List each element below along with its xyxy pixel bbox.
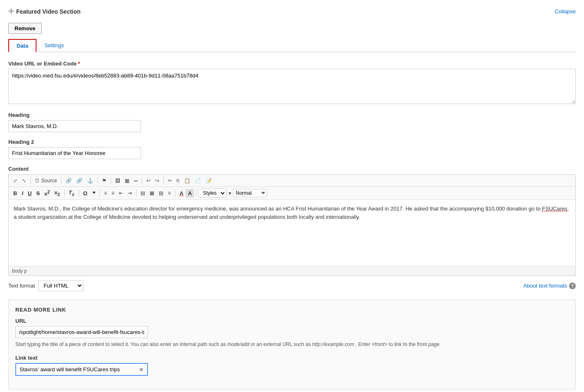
toolbar-group-clipboard: ✂ ⎘ 📋 📄 📝 bbox=[166, 177, 214, 185]
toolbar-row2: B I U S x2 x2 Tx Ω ❝ bbox=[9, 187, 575, 200]
align-right-button[interactable]: ▤ bbox=[157, 189, 165, 197]
toolbar-separator-4 bbox=[111, 177, 111, 184]
required-star: * bbox=[78, 60, 80, 67]
styles-dropdown[interactable]: Styles bbox=[199, 189, 226, 198]
content-field: Content ⤢ ⤡ 🗋 Source bbox=[8, 166, 576, 291]
url-input[interactable] bbox=[15, 326, 148, 338]
superscript-button[interactable]: x2 bbox=[42, 188, 52, 198]
editor-content-area[interactable]: Mark Stavros, M.D., the College of Medic… bbox=[9, 200, 575, 266]
fsucares-link[interactable]: FSUCares bbox=[542, 206, 567, 212]
heading-label: Heading bbox=[8, 112, 576, 118]
toolbar-separator-2 bbox=[61, 177, 61, 184]
toolbar-group-format: B I U S x2 x2 bbox=[11, 188, 62, 198]
align-left-button[interactable]: ▤ bbox=[138, 189, 147, 197]
table-button[interactable]: ▦ bbox=[123, 177, 131, 185]
align-justify-button[interactable]: ≡ bbox=[166, 189, 173, 197]
toolbar-separator-3 bbox=[97, 177, 98, 184]
unlink-button[interactable]: 🔗 bbox=[74, 177, 85, 185]
undo-button[interactable]: ↩ bbox=[144, 177, 153, 185]
outdent-button[interactable]: ⇤ bbox=[117, 189, 125, 197]
url-hint-front: <front> bbox=[371, 341, 387, 347]
text-format-label: Text format bbox=[8, 283, 35, 289]
cut-button[interactable]: ✂ bbox=[166, 177, 174, 185]
subscript-button[interactable]: x2 bbox=[52, 188, 62, 198]
toolbar-group-align: ▤ ▦ ▤ ≡ bbox=[138, 189, 173, 197]
bold-button[interactable]: B bbox=[11, 189, 19, 198]
indent-button[interactable]: ⇥ bbox=[126, 189, 134, 197]
toolbar-separator-8 bbox=[79, 189, 79, 197]
heading2-field: Heading 2 bbox=[8, 139, 576, 159]
redo-button[interactable]: ↪ bbox=[153, 177, 161, 185]
expand-icon: ⤡ bbox=[22, 178, 26, 183]
heading2-input[interactable] bbox=[8, 147, 141, 159]
special-char-button[interactable]: Ω bbox=[81, 189, 90, 198]
toolbar-separator-1 bbox=[30, 177, 31, 184]
help-icon[interactable]: ? bbox=[569, 283, 576, 289]
unordered-list-icon: ≡ bbox=[104, 191, 107, 196]
toolbar-group-history: ↩ ↪ bbox=[144, 177, 161, 185]
source-button[interactable]: 🗋 Source bbox=[33, 177, 59, 185]
toolbar-separator-12 bbox=[196, 189, 196, 197]
text-format-select[interactable]: Full HTML Basic HTML Plain text bbox=[38, 280, 83, 291]
indent-icon: ⇥ bbox=[128, 191, 132, 196]
toolbar-row1: ⤢ ⤡ 🗋 Source 🔗 🔗 bbox=[9, 175, 575, 187]
link-text-clear-button[interactable]: ✕ bbox=[136, 365, 147, 375]
font-color-button[interactable]: A bbox=[177, 189, 185, 198]
link-button[interactable]: 🔗 bbox=[63, 177, 74, 185]
tab-data[interactable]: Data bbox=[8, 39, 36, 52]
drag-handle-icon[interactable]: ✛ bbox=[8, 7, 14, 15]
collapse-link[interactable]: Collapse bbox=[555, 8, 576, 15]
toolbar-separator-5 bbox=[142, 177, 142, 184]
about-formats-link[interactable]: About text formats bbox=[523, 283, 567, 289]
video-url-textarea[interactable]: https://video.med.fsu.edu/#/videos/8eb52… bbox=[8, 69, 576, 104]
flag-button[interactable]: ⚑ bbox=[100, 177, 109, 185]
link-text-input-wrap: ✕ bbox=[15, 363, 148, 376]
link-text-label: Link text bbox=[15, 355, 569, 361]
heading-input[interactable] bbox=[8, 120, 141, 132]
strikethrough-button[interactable]: S bbox=[34, 189, 42, 198]
video-url-field: Video URL or Embed Code* https://video.m… bbox=[8, 60, 576, 105]
section-title: Featured Video Section bbox=[16, 8, 80, 15]
paragraph-format-dropdown[interactable]: Normal Heading 1 Heading 2 Heading 3 bbox=[233, 189, 267, 197]
toolbar-group-insert: 🖼 ▦ ═ bbox=[113, 177, 140, 185]
heading2-label: Heading 2 bbox=[8, 139, 576, 145]
align-center-button[interactable]: ▦ bbox=[148, 189, 156, 197]
underline-button[interactable]: U bbox=[26, 189, 34, 198]
toolbar-group-view: ⤢ ⤡ bbox=[11, 177, 28, 185]
status-bar-text: body p bbox=[12, 268, 27, 274]
unordered-list-button[interactable]: ≡ bbox=[102, 189, 109, 197]
paste-word-button[interactable]: 📝 bbox=[204, 177, 214, 185]
paste-icon: 📋 bbox=[184, 178, 190, 183]
maximize-button[interactable]: ⤢ bbox=[11, 177, 19, 185]
toolbar-separator-10 bbox=[136, 189, 136, 197]
link-text-input[interactable] bbox=[16, 364, 136, 375]
italic-button[interactable]: I bbox=[19, 189, 25, 198]
expand-button[interactable]: ⤡ bbox=[20, 177, 28, 185]
bg-color-button[interactable]: A bbox=[186, 189, 194, 198]
image-button[interactable]: 🖼 bbox=[113, 177, 122, 185]
remove-button[interactable]: Remove bbox=[8, 23, 42, 34]
text-format-row: Text format Full HTML Basic HTML Plain t… bbox=[8, 280, 576, 291]
url-hint-node: /node/add bbox=[227, 341, 249, 347]
link-icon: 🔗 bbox=[65, 178, 72, 183]
paste-text-button[interactable]: 📄 bbox=[193, 177, 203, 185]
paste-text-icon: 📄 bbox=[195, 178, 201, 183]
tab-settings[interactable]: Settings bbox=[36, 39, 72, 52]
font-color-icon: A bbox=[179, 190, 183, 196]
ordered-list-icon: ≡ bbox=[111, 191, 114, 196]
hr-button[interactable]: ═ bbox=[132, 177, 140, 185]
ordered-list-button[interactable]: ≡ bbox=[109, 189, 116, 197]
align-center-icon: ▦ bbox=[150, 191, 154, 196]
toolbar-separator-11 bbox=[175, 189, 175, 197]
copy-button[interactable]: ⎘ bbox=[174, 177, 182, 185]
align-right-icon: ▤ bbox=[159, 191, 163, 196]
image-icon: 🖼 bbox=[115, 178, 120, 183]
blockquote-button[interactable]: ❝ bbox=[90, 189, 97, 198]
redo-icon: ↪ bbox=[155, 178, 159, 183]
anchor-button[interactable]: ⚓ bbox=[85, 177, 95, 185]
clear-format-button[interactable]: Tx bbox=[67, 188, 77, 198]
link-text-field: Link text ✕ bbox=[15, 355, 569, 376]
styles-dropdown-arrow: ▼ bbox=[228, 191, 232, 196]
paste-button[interactable]: 📋 bbox=[182, 177, 192, 185]
read-more-title: READ MORE LINK bbox=[15, 307, 569, 313]
